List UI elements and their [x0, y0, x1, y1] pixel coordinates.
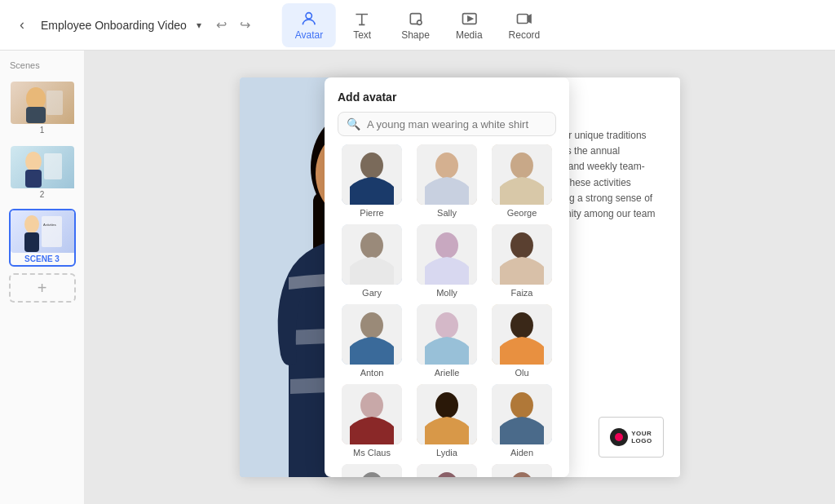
scene-thumb-3[interactable]: Activities SCENE 3	[9, 209, 76, 267]
svg-rect-8	[518, 14, 528, 23]
avatar-item-ms-claus[interactable]: Ms Claus	[338, 384, 406, 458]
svg-marker-9	[528, 15, 532, 22]
svg-point-46	[510, 312, 533, 338]
topbar-left: ‹ Employee Onboarding Video ▾ ↩ ↪	[13, 13, 255, 37]
avatar-name-2: George	[507, 208, 537, 218]
avatar-name-4: Molly	[436, 288, 457, 298]
svg-point-16	[24, 215, 39, 233]
avatar-item-george[interactable]: George	[488, 144, 556, 218]
tool-record[interactable]: Record	[496, 3, 554, 47]
avatar-item-sally[interactable]: Sally	[413, 144, 481, 218]
avatar-img-0	[342, 144, 402, 205]
svg-point-32	[435, 153, 458, 179]
avatar-img-10	[417, 384, 477, 444]
scene-preview-3: Activities	[11, 210, 76, 253]
avatar-item-aiden[interactable]: Aiden	[488, 384, 556, 458]
scene-num-2: 2	[11, 188, 74, 201]
logo-box: YOUR LOGO	[599, 417, 664, 458]
svg-point-36	[360, 232, 383, 259]
tool-text-label: Text	[353, 29, 371, 41]
avatar-item-12[interactable]	[338, 464, 406, 477]
svg-point-0	[306, 12, 311, 18]
tool-text[interactable]: Text	[336, 3, 388, 47]
logo-line1: YOUR	[631, 430, 652, 437]
svg-rect-15	[44, 153, 62, 179]
avatar-name-8: Olu	[515, 368, 528, 378]
tool-shape[interactable]: Shape	[388, 3, 443, 47]
svg-point-13	[25, 152, 42, 171]
tool-avatar[interactable]: Avatar	[282, 3, 336, 47]
add-scene-button[interactable]: +	[9, 273, 76, 303]
svg-point-50	[435, 392, 458, 418]
avatar-search-input[interactable]	[367, 118, 547, 130]
avatar-img-14	[492, 464, 552, 477]
avatar-name-6: Anton	[360, 368, 384, 378]
tool-shape-label: Shape	[401, 29, 430, 41]
project-title: Employee Onboarding Video	[41, 19, 187, 32]
avatar-item-molly[interactable]: Molly	[413, 224, 481, 298]
logo-circle-icon	[610, 428, 628, 446]
dropdown-arrow-icon[interactable]: ▾	[197, 20, 201, 31]
scenes-sidebar: Scenes 1 2	[0, 51, 85, 504]
avatar-img-5	[492, 224, 552, 285]
tool-record-label: Record	[509, 29, 541, 41]
logo-text: YOUR LOGO	[631, 430, 652, 444]
avatar-item-14[interactable]	[488, 464, 556, 477]
avatar-img-8	[492, 304, 552, 365]
avatar-search-box[interactable]: 🔍	[338, 112, 556, 136]
svg-point-48	[360, 392, 383, 418]
canvas-wrap: Activities We take pride in our unique t…	[240, 77, 680, 477]
logo-line2: LOGO	[631, 437, 652, 444]
avatar-img-9	[342, 384, 402, 444]
avatar-item-lydia[interactable]: Lydia	[413, 384, 481, 458]
avatar-name-10: Lydia	[436, 448, 457, 458]
svg-rect-14	[25, 170, 42, 188]
canvas-area: Activities We take pride in our unique t…	[85, 51, 835, 504]
avatar-img-3	[342, 224, 402, 285]
avatar-name-5: Faiza	[511, 288, 533, 298]
topbar: ‹ Employee Onboarding Video ▾ ↩ ↪ Avatar…	[0, 0, 835, 51]
avatar-item-13[interactable]	[413, 464, 481, 477]
scene-thumb-1[interactable]: 1	[9, 80, 76, 138]
avatar-item-pierre[interactable]: Pierre	[338, 144, 406, 218]
avatars-grid: Pierre Sally George Gary Molly Faiza Ant…	[338, 144, 556, 477]
tool-media-label: Media	[456, 29, 483, 41]
avatar-img-6	[342, 304, 402, 365]
avatar-item-anton[interactable]: Anton	[338, 304, 406, 378]
avatar-item-gary[interactable]: Gary	[338, 224, 406, 298]
avatar-panel: Add avatar 🔍 Pierre Sally George Gary	[325, 77, 569, 477]
back-button[interactable]: ‹	[13, 13, 31, 37]
scene-num-3: SCENE 3	[11, 253, 74, 265]
redo-button[interactable]: ↪	[235, 14, 255, 36]
svg-point-40	[510, 232, 533, 259]
svg-point-42	[360, 312, 383, 338]
scene-thumb-2[interactable]: 2	[9, 144, 76, 202]
avatar-name-3: Gary	[362, 288, 382, 298]
avatar-img-11	[492, 384, 552, 444]
svg-point-44	[435, 312, 458, 338]
tool-avatar-label: Avatar	[295, 29, 323, 41]
avatar-item-faiza[interactable]: Faiza	[488, 224, 556, 298]
svg-point-34	[510, 153, 533, 179]
avatar-img-7	[417, 304, 477, 365]
main-layout: Scenes 1 2	[0, 51, 835, 504]
avatar-img-4	[417, 224, 477, 285]
svg-point-5	[417, 20, 422, 24]
svg-point-30	[360, 153, 383, 179]
undo-button[interactable]: ↩	[211, 14, 232, 36]
svg-point-38	[435, 232, 458, 259]
avatar-item-olu[interactable]: Olu	[488, 304, 556, 378]
scene-preview-1	[11, 82, 76, 124]
svg-marker-7	[467, 16, 472, 21]
logo-inner-icon	[615, 433, 623, 441]
svg-rect-18	[42, 216, 62, 247]
avatar-item-arielle[interactable]: Arielle	[413, 304, 481, 378]
toolbar-tools: Avatar Text Shape Media	[282, 3, 554, 47]
svg-text:Activities: Activities	[43, 223, 56, 227]
tool-media[interactable]: Media	[443, 3, 496, 47]
svg-point-10	[26, 87, 46, 110]
avatar-img-1	[417, 144, 477, 205]
avatar-name-1: Sally	[437, 208, 457, 218]
avatar-name-9: Ms Claus	[353, 448, 391, 458]
svg-point-52	[510, 392, 533, 418]
